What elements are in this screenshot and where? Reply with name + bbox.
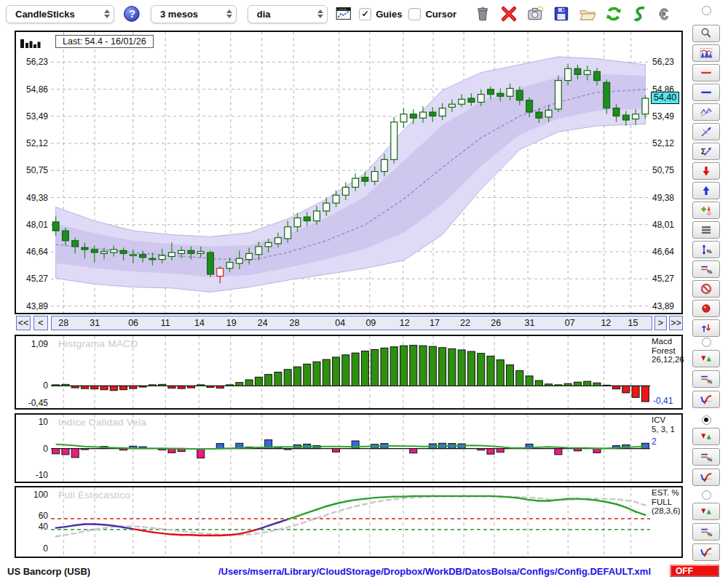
- crossing-curves-button[interactable]: [692, 543, 720, 561]
- stoch-select-radio[interactable]: [702, 490, 711, 500]
- chart-type-select[interactable]: CandleSticks: [6, 5, 114, 23]
- lines-percent-button[interactable]: %: [692, 523, 720, 541]
- levels-button[interactable]: [692, 221, 720, 239]
- macd-params: 26,12,26: [652, 355, 681, 364]
- zoom-button[interactable]: [692, 25, 720, 42]
- config-path-label[interactable]: /Users/mserra/Library/CloudStorage/Dropb…: [218, 566, 651, 577]
- crossing-curves-icon: [695, 546, 717, 559]
- axis-tick-label: 0: [43, 543, 48, 554]
- swap-button[interactable]: [692, 319, 720, 337]
- save-icon: [552, 4, 571, 23]
- macd-plot-area[interactable]: Histgrama MACD: [51, 336, 650, 411]
- lines-percent-icon: %: [695, 450, 717, 463]
- axis-tick-label: 45,27: [652, 274, 674, 284]
- timeframe-select[interactable]: dia: [248, 5, 328, 23]
- stochastic-name: FULL: [652, 498, 681, 507]
- chart-style-icon[interactable]: [20, 36, 43, 49]
- toolbar: CandleSticks ? 3 mesos dia: [0, 0, 728, 28]
- record-button[interactable]: [692, 300, 720, 317]
- period-select[interactable]: 3 mesos: [151, 5, 237, 23]
- lines-percent-button[interactable]: %: [692, 448, 720, 466]
- last-price-label: Last: 54.4 - 16/01/26: [55, 35, 154, 48]
- scroll-first-button[interactable]: <<: [16, 316, 31, 330]
- svg-text:%: %: [707, 268, 712, 275]
- main-chart-panel: 56,2354,8653,4952,1250,7549,3848,0146,64…: [15, 31, 683, 314]
- guies-checkbox[interactable]: ✓ Guies: [359, 8, 402, 20]
- save-button[interactable]: [552, 4, 571, 23]
- axis-tick-label: 1,09: [31, 339, 48, 349]
- checkbox-unchecked-icon: [408, 8, 421, 20]
- main-chart-radio[interactable]: [702, 6, 711, 15]
- euro-button[interactable]: €: [657, 4, 676, 23]
- axis-tick-label: 46,64: [26, 247, 48, 257]
- lines-percent-button[interactable]: %: [692, 370, 720, 388]
- disable-button[interactable]: [692, 280, 720, 298]
- buy-arrow-button[interactable]: [692, 182, 720, 199]
- signal-arrows-button[interactable]: [692, 503, 720, 520]
- trash-button[interactable]: [473, 4, 492, 23]
- scroll-next-button[interactable]: >: [654, 316, 667, 330]
- regression-button[interactable]: Σ: [692, 143, 720, 160]
- axis-tick-label: -0,45: [28, 398, 48, 408]
- date-labels-strip[interactable]: 283106111419242804091217222631071215: [51, 316, 652, 330]
- icv-select-radio[interactable]: [702, 415, 711, 425]
- swap-icon: [695, 322, 717, 335]
- date-tick-label: 22: [460, 316, 470, 330]
- snapshot-button[interactable]: [526, 4, 545, 23]
- scroll-prev-button[interactable]: <: [33, 316, 48, 330]
- scroll-last-button[interactable]: >>: [669, 316, 683, 330]
- axis-tick-label: 53,49: [26, 111, 48, 121]
- axis-tick-label: 50,75: [26, 165, 48, 175]
- red-hline-button[interactable]: [692, 64, 720, 81]
- crossing-curves-button[interactable]: [692, 391, 720, 408]
- help-button[interactable]: ?: [123, 5, 141, 23]
- svg-text:%: %: [707, 456, 712, 463]
- stochastic-plot-area[interactable]: Full Estocastico: [51, 487, 650, 559]
- stochastic-name: EST. %: [652, 488, 681, 498]
- indicator-chart-button[interactable]: [692, 44, 720, 62]
- trash-icon: [473, 4, 492, 23]
- cursor-checkbox[interactable]: Cursor: [408, 8, 456, 20]
- axis-tick-label: 54,86: [26, 84, 48, 95]
- signal-arrows-button[interactable]: [692, 428, 720, 445]
- euro-icon: €: [657, 4, 676, 23]
- axis-tick-label: 48,01: [652, 220, 674, 230]
- trendline-button[interactable]: [692, 123, 720, 140]
- channel-button[interactable]: [692, 103, 720, 121]
- chevron-updown-icon: [104, 9, 110, 18]
- open-button[interactable]: [578, 4, 597, 23]
- cursor-label: Cursor: [425, 9, 456, 20]
- add-signal-button[interactable]: [692, 202, 720, 219]
- range-percent-icon: %: [695, 243, 717, 256]
- lines-percent-icon: %: [695, 525, 717, 538]
- icv-plot-area[interactable]: Indice Calidad Vela: [51, 415, 650, 485]
- candlestick-plot-area[interactable]: Last: 54.4 - 16/01/26: [51, 32, 650, 316]
- axis-tick-label: 43,89: [26, 301, 48, 311]
- range-percent-button[interactable]: %: [692, 241, 720, 258]
- svg-text:?: ?: [129, 8, 135, 20]
- chart-window-button[interactable]: [334, 4, 353, 23]
- sync-button[interactable]: [630, 4, 649, 23]
- macd-select-radio[interactable]: [702, 338, 711, 347]
- off-toggle-button[interactable]: OFF: [670, 565, 719, 577]
- date-tick-label: 06: [128, 316, 138, 330]
- crossing-curves-button[interactable]: [692, 469, 720, 486]
- chevron-updown-icon: [317, 9, 323, 18]
- sell-arrow-button[interactable]: [692, 162, 720, 180]
- date-tick-label: 31: [90, 316, 100, 330]
- axis-tick-label: 52,12: [652, 138, 674, 148]
- icv-params: 5, 3, 1: [652, 425, 681, 434]
- open-icon: [578, 4, 597, 23]
- date-axis: << < 28310611141924280409121722263107121…: [15, 316, 683, 332]
- axis-tick-label: 60: [39, 511, 48, 521]
- macd-watermark: Histgrama MACD: [58, 338, 138, 349]
- checkbox-checked-icon: ✓: [359, 8, 371, 20]
- lines-percent-button[interactable]: %: [692, 260, 720, 278]
- refresh-button[interactable]: [604, 4, 623, 23]
- blue-hline-button[interactable]: [692, 84, 720, 101]
- trendline-icon: [695, 125, 717, 138]
- delete-button[interactable]: [499, 4, 518, 23]
- chevron-updown-icon: [226, 9, 232, 18]
- date-tick-label: 28: [290, 316, 300, 330]
- signal-arrows-button[interactable]: [692, 350, 720, 367]
